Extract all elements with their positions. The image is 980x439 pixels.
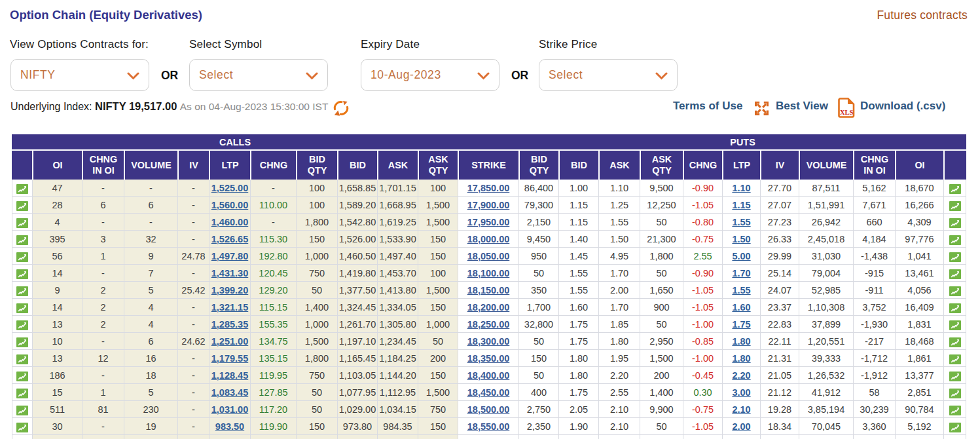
- svg-text:XLS: XLS: [840, 109, 854, 116]
